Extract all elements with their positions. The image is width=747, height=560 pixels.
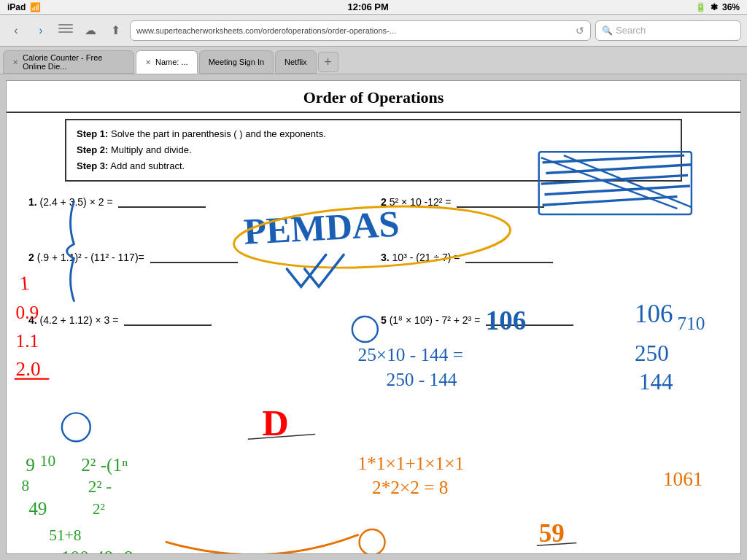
problem-2-num: 2 [381, 196, 387, 208]
problem-3-expr: (.9 + 1.1)² - (11² - 117)= [37, 252, 147, 263]
reload-button[interactable]: ↺ [576, 25, 584, 36]
svg-text:25×10 - 144 =: 25×10 - 144 = [358, 344, 463, 365]
status-left: iPad 📶 [7, 2, 41, 12]
tab-label: Calorie Counter - Free Online Die... [23, 53, 125, 71]
svg-text:49: 49 [28, 498, 47, 518]
problems-area: 1. (2.4 + 3.5) × 2 = 2 5² × 10 -12² = 2 … [7, 189, 740, 341]
worksheet: Order of Operations Step 1: Solve the pa… [6, 80, 741, 554]
svg-rect-2 [58, 31, 73, 33]
problem-5-num: 4. [28, 314, 37, 326]
problem-4-num: 3. [381, 252, 390, 263]
problem-1: 1. (2.4 + 3.5) × 2 = [21, 189, 374, 237]
status-right: 🔋 ✱ 36% [695, 2, 740, 12]
problem-3: 2 (.9 + 1.1)² - (11² - 117)= [21, 237, 374, 292]
search-icon: 🔍 [602, 26, 613, 36]
device-label: iPad [7, 2, 26, 12]
nav-bar: ‹ › ☁ ⬆ www.superteacherworksheets.com/o… [0, 15, 747, 47]
svg-text:9: 9 [26, 454, 35, 475]
bluetooth-icon: ✱ [711, 2, 718, 12]
svg-text:10: 10 [40, 452, 55, 470]
search-placeholder-text: Search [616, 25, 646, 36]
battery-icon: 🔋 [695, 2, 706, 12]
problem-6-expr: (1⁸ × 10²) - 7² + 2³ = [390, 314, 484, 326]
problem-6-line [486, 324, 573, 326]
svg-text:2*2×2 = 8: 2*2×2 = 8 [372, 477, 448, 497]
tab-label-4: Netflix [285, 58, 307, 66]
svg-text:100-49+8: 100-49+8 [61, 547, 133, 553]
new-tab-button[interactable]: + [318, 52, 338, 72]
svg-line-43 [537, 542, 576, 545]
problem-4: 3. 10³ - (21 ÷ 7) = [374, 237, 726, 292]
problem-6: 5 (1⁸ × 10²) - 7² + 2³ = [374, 292, 726, 341]
problem-4-expr: 10³ - (21 ÷ 7) = [392, 252, 463, 263]
tab-meeting[interactable]: Meeting Sign In [199, 50, 274, 74]
back-button[interactable]: ‹ [6, 20, 26, 41]
problem-1-line [118, 206, 206, 208]
svg-text:2.0: 2.0 [16, 358, 41, 380]
share-button[interactable]: ⬆ [105, 20, 125, 41]
problem-2-expr: 5² × 10 -12² = [390, 196, 454, 208]
svg-text:59: 59 [539, 519, 565, 548]
tab-label-3: Meeting Sign In [209, 58, 264, 66]
problem-5: 4. (4.2 + 1.12) × 3 = [21, 292, 374, 341]
svg-text:2² -(1ⁿ: 2² -(1ⁿ [81, 454, 128, 475]
svg-text:1061: 1061 [663, 468, 703, 490]
svg-text:144: 144 [639, 369, 673, 394]
bookmarks-button[interactable] [55, 20, 76, 41]
problem-1-expr: (2.4 + 3.5) × 2 = [40, 196, 116, 208]
problem-6-num: 5 [381, 314, 387, 326]
svg-text:D: D [262, 402, 289, 443]
problem-3-line [150, 262, 238, 263]
content-area: Order of Operations Step 1: Solve the pa… [0, 74, 747, 560]
problem-2: 2 5² × 10 -12² = [374, 189, 726, 237]
forward-button[interactable]: › [31, 20, 51, 41]
tab-bar: ✕ Calorie Counter - Free Online Die... ✕… [0, 47, 747, 74]
problem-1-num: 1. [28, 196, 37, 208]
steps-box: Step 1: Solve the part in parenthesis ( … [65, 119, 682, 182]
battery-percentage: 36% [722, 2, 740, 12]
svg-line-28 [248, 435, 315, 440]
problem-3-num: 2 [28, 252, 34, 263]
wifi-icon: 📶 [30, 2, 41, 12]
worksheet-title: Order of Operations [7, 81, 740, 113]
address-bar[interactable]: www.superteacherworksheets.com/orderofop… [130, 20, 591, 41]
problem-4-line [465, 262, 553, 263]
svg-text:8: 8 [21, 477, 29, 494]
tab-close-icon[interactable]: ✕ [12, 58, 18, 66]
step1: Step 1: Solve the part in parenthesis ( … [77, 126, 670, 142]
tab-netflix[interactable]: Netflix [275, 50, 317, 74]
svg-text:250 - 144: 250 - 144 [387, 369, 457, 389]
svg-rect-1 [58, 28, 73, 29]
svg-text:1*1×1+1×1×1: 1*1×1+1×1×1 [358, 453, 465, 473]
svg-text:51+8: 51+8 [49, 526, 81, 544]
url-text: www.superteacherworksheets.com/orderofop… [136, 26, 396, 35]
svg-text:2² -: 2² - [88, 477, 112, 496]
problem-5-expr: (4.2 + 1.12) × 3 = [40, 314, 122, 326]
search-input[interactable]: 🔍 Search [595, 20, 741, 41]
svg-text:2²: 2² [93, 500, 105, 518]
svg-rect-0 [58, 24, 73, 26]
tab-close-icon-2[interactable]: ✕ [145, 58, 151, 66]
problem-2-line [457, 206, 544, 208]
time-display: 12:06 PM [347, 1, 388, 12]
svg-text:250: 250 [635, 341, 669, 366]
svg-point-26 [62, 413, 90, 441]
tab-name[interactable]: ✕ Name: ... [136, 50, 198, 74]
svg-point-44 [360, 529, 385, 553]
problem-5-line [124, 324, 212, 326]
tab-calorie-counter[interactable]: ✕ Calorie Counter - Free Online Die... [3, 50, 134, 74]
tab-label-2: Name: ... [155, 58, 188, 66]
step3: Step 3: Add and subtract. [77, 158, 670, 174]
status-bar: iPad 📶 12:06 PM 🔋 ✱ 36% [0, 0, 747, 15]
step2: Step 2: Multiply and divide. [77, 142, 670, 158]
cloud-button[interactable]: ☁ [80, 20, 101, 41]
